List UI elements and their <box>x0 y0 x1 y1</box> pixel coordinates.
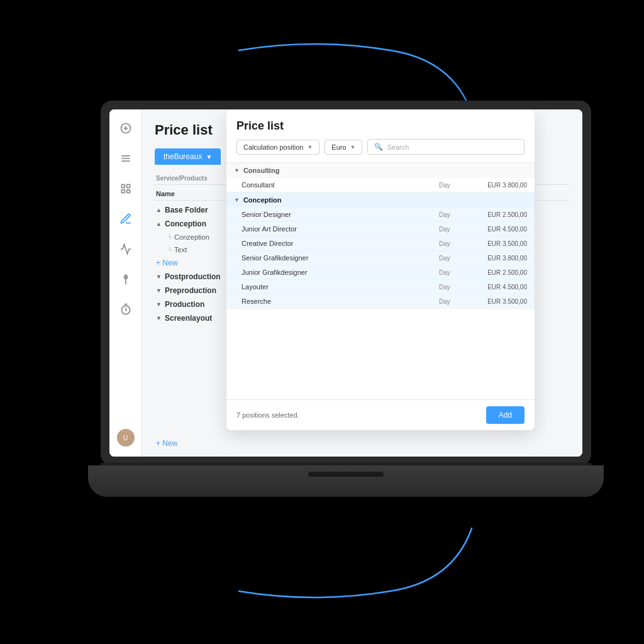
table-row-senior-designer[interactable]: Senior Designer Day EUR 2.500,00 <box>226 208 535 222</box>
table-row-junior-grafikdesigner[interactable]: Junior Grafikdesigner Day EUR 2.500,00 <box>226 265 535 280</box>
overlay-panel: Price list Calculation position ▼ Euro ▼… <box>226 109 535 430</box>
consulting-group-arrow: ▼ <box>234 167 240 174</box>
plus-circle-icon[interactable] <box>117 119 135 137</box>
conception-arrow: ▲ <box>156 221 165 227</box>
pin-icon[interactable] <box>117 270 135 288</box>
laptop-base <box>88 465 604 497</box>
base-folder-arrow: ▲ <box>156 207 165 213</box>
timer-icon[interactable] <box>117 301 135 318</box>
add-new-bottom[interactable]: + New <box>155 436 570 450</box>
svg-rect-9 <box>126 190 130 193</box>
add-button[interactable]: Add <box>486 406 525 424</box>
consulting-group-header[interactable]: ▼ Consulting <box>226 163 535 178</box>
table-row-reserche[interactable]: Reserche Day EUR 3.500,00 <box>226 294 535 309</box>
overlay-footer: 7 positions selected. Add <box>226 399 535 430</box>
child-icon: └ <box>167 234 172 241</box>
svg-rect-8 <box>121 190 125 193</box>
table-row-junior-art-director[interactable]: Junior Art Director Day EUR 4.500,00 <box>226 222 535 236</box>
table-row-senior-grafikdesigner[interactable]: Senior Grafikdesigner Day EUR 3.800,00 <box>226 251 535 265</box>
pencil-icon[interactable] <box>117 210 135 228</box>
currency-dropdown-arrow: ▼ <box>350 144 356 150</box>
postproduction-arrow: ▼ <box>156 274 165 280</box>
production-arrow: ▼ <box>156 301 165 308</box>
overlay-header: Price list Calculation position ▼ Euro ▼… <box>226 109 535 163</box>
table-row-creative-director[interactable]: Creative Director Day EUR 3.500,00 <box>226 236 535 251</box>
calculation-position-dropdown[interactable]: Calculation position ▼ <box>236 140 319 155</box>
screenlayout-arrow: ▼ <box>156 315 165 321</box>
tab-arrow-icon: ▼ <box>206 153 212 160</box>
svg-rect-7 <box>126 184 130 187</box>
overlay-title: Price list <box>236 119 525 133</box>
chart-icon[interactable] <box>117 240 135 258</box>
filter-bar: Calculation position ▼ Euro ▼ 🔍 Search <box>236 139 525 155</box>
preproduction-arrow: ▼ <box>156 287 165 294</box>
sidebar: U <box>109 109 142 457</box>
table-row-consultant[interactable]: Consultant Day EUR 3.800,00 <box>226 178 535 192</box>
price-list-table: ▼ Consulting Consultant Day EUR 3.800,00… <box>226 163 535 399</box>
grid-icon[interactable] <box>117 180 135 197</box>
tab-the-bureaux[interactable]: theBureaux ▼ <box>155 148 221 165</box>
calc-dropdown-arrow: ▼ <box>307 144 313 150</box>
svg-rect-6 <box>121 184 125 187</box>
currency-dropdown[interactable]: Euro ▼ <box>325 140 362 155</box>
conception-group-arrow: ▼ <box>234 197 240 203</box>
menu-icon[interactable] <box>117 150 135 167</box>
selected-count: 7 positions selected. <box>236 411 299 419</box>
avatar[interactable]: U <box>117 429 135 447</box>
search-container: 🔍 Search <box>367 139 525 155</box>
conception-group-header[interactable]: ▼ Conception <box>226 192 535 208</box>
child-icon-text: └ <box>167 247 172 253</box>
table-row-layouter[interactable]: Layouter Day EUR 4.500,00 <box>226 280 535 294</box>
